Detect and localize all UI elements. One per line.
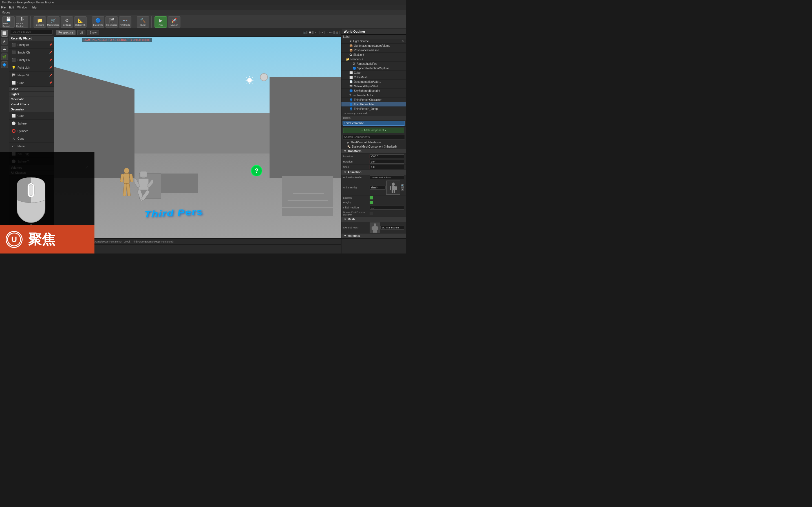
show-button[interactable]: Show <box>87 30 99 35</box>
search-components-input[interactable] <box>343 135 405 139</box>
launch-label: Launch <box>170 24 178 26</box>
placement-mode-icon[interactable]: ⬜ <box>1 30 8 37</box>
content-label: Content <box>36 24 44 26</box>
main-viewport[interactable]: Third Pers ? → LIGHTING NEEDS TO BE REBU… <box>54 37 341 238</box>
svg-point-30 <box>374 223 376 226</box>
item-cylinder[interactable]: ⭕ Cylinder <box>9 127 54 135</box>
outliner-item-docactor[interactable]: 📄 DocumentationActor1 <box>342 80 406 84</box>
actors-count: 25 actors (1 selected) <box>342 111 406 116</box>
item-cube-recently[interactable]: ⬜ Cube 📌 <box>9 79 54 87</box>
landscape-mode-icon[interactable]: ⛰ <box>1 46 8 52</box>
outliner-item-skysphere[interactable]: 🔵 SkySpheresBlueprint <box>342 89 406 93</box>
outliner-item-ppv[interactable]: 📦 PostProcessVolume <box>342 48 406 53</box>
scale-x-value[interactable]: 1.0 <box>370 165 404 169</box>
menu-help[interactable]: Help <box>31 6 37 9</box>
right-panel: World Outliner Label ☀ Light Source 👁 📦 … <box>341 29 406 253</box>
lmiv-label: LightmassImportanceVolume <box>354 44 390 47</box>
component-instance-icon: ▶ <box>347 141 349 144</box>
anim-mode-value[interactable]: Use Animation Asset <box>370 175 404 179</box>
outliner-item-netplayer[interactable]: 🏁 NetworkPlayerStart <box>342 84 406 89</box>
category-geometry[interactable]: Geometry <box>9 107 54 112</box>
viewport-angle-btn[interactable]: 19° <box>319 31 325 34</box>
disable-pp-checkbox[interactable] <box>370 212 373 215</box>
category-basic[interactable]: Basic <box>9 87 54 92</box>
item-empty-ch[interactable]: ⬛ Empty Ch 📌 <box>9 49 54 56</box>
bottom-panel: Animations ▶ <box>54 244 341 253</box>
initial-pos-value[interactable]: 0.0 <box>370 206 404 210</box>
item-cube-geo[interactable]: ⬜ Cube <box>9 112 54 120</box>
content-search-area <box>9 29 54 36</box>
viewport-camera-btn[interactable]: 📷 <box>302 31 307 34</box>
category-cinematic[interactable]: Cinematic <box>9 97 54 102</box>
viewport-snap-btn[interactable]: 10 <box>313 31 318 34</box>
location-x-value[interactable]: -500.0 <box>370 154 404 158</box>
cinematics-button[interactable]: 🎬 Cinematics <box>105 16 118 27</box>
item-player-start[interactable]: 🏁 Player St 📌 <box>9 71 54 79</box>
thirdchar-icon: 👤 <box>349 98 353 101</box>
svg-line-8 <box>246 82 247 83</box>
category-lights[interactable]: Lights <box>9 92 54 97</box>
datasmith-button[interactable]: 📐 Datasmith <box>74 16 87 27</box>
anim-browse-btn[interactable]: 🔍 <box>401 184 404 187</box>
looping-checkbox[interactable] <box>370 196 373 200</box>
content-button[interactable]: 📁 Content <box>34 16 46 27</box>
lit-button[interactable]: Lit <box>77 30 86 35</box>
add-component-button[interactable]: + Add Component ▾ <box>343 128 404 133</box>
renderfx-icon: 📁 <box>346 58 349 61</box>
item-empty-actor[interactable]: ⬛ Empty Ac 📌 <box>9 41 54 49</box>
outliner-item-atmo[interactable]: 🌫 AtmosphericFog <box>342 62 406 66</box>
rotation-x-value[interactable]: 0.0° <box>370 160 404 164</box>
viewport-screenshot-btn[interactable]: 📸 <box>335 31 340 34</box>
outliner-item-thirdjump[interactable]: 👤 ThirdPerson_Jump <box>342 107 406 111</box>
blueprints-button[interactable]: 🔵 Blueprints <box>92 16 104 27</box>
item-sphere[interactable]: ⚪ Sphere <box>9 120 54 127</box>
skeletal-mesh-label: Skeletal Mesh <box>343 226 368 229</box>
playing-checkbox[interactable] <box>370 201 373 204</box>
item-plane[interactable]: ▭ Plane <box>9 143 54 150</box>
outliner-item-cube[interactable]: ⬜ Cube <box>342 71 406 75</box>
perspective-button[interactable]: Perspective <box>56 30 75 35</box>
outliner-item-thirdchar[interactable]: 👤 ThirdPersonCharacter <box>342 98 406 102</box>
anim-clear-btn[interactable]: ✕ <box>401 188 404 191</box>
outliner-item-lmiv[interactable]: 📦 LightmassImportanceVolume <box>342 44 406 48</box>
disable-pp-label: Disable Post Process Blueprint <box>343 211 368 216</box>
foliage-mode-icon[interactable]: 🌿 <box>1 54 8 60</box>
outliner-item-thirdidle[interactable]: 👤 ThirdPersonIdle <box>342 102 406 107</box>
viewport-grid-btn[interactable]: 🔲 <box>308 31 313 34</box>
save-current-button[interactable]: 💾 Save Current <box>2 16 15 27</box>
category-visual-effects[interactable]: Visual Effects <box>9 102 54 107</box>
entity-name-input[interactable] <box>343 121 405 126</box>
menu-edit[interactable]: Edit <box>9 6 14 9</box>
paint-mode-icon[interactable]: 🖌 <box>1 38 8 45</box>
play-button[interactable]: ▶ Play <box>154 16 167 27</box>
title-bar: ThirdPersonExampleMap - Unreal Engine <box>0 0 406 5</box>
outliner-item-cubemesh[interactable]: ⬜ CubeMesh <box>342 75 406 80</box>
item-point-light[interactable]: 💡 Point Ligh 📌 <box>9 64 54 71</box>
atmo-label: AtmosphericFog <box>357 62 377 65</box>
outliner-item-renderfx[interactable]: 📁 RenderFX <box>342 57 406 62</box>
outliner-item-textrender[interactable]: T TextRenderActor <box>342 93 406 98</box>
datasmith-label: Datasmith <box>75 24 86 26</box>
source-control-button[interactable]: ⇅ Source Control <box>16 16 28 27</box>
marketplace-button[interactable]: 🛒 Marketplace <box>47 16 59 27</box>
outliner-item-light-source[interactable]: ☀ Light Source 👁 <box>342 39 406 44</box>
settings-button[interactable]: ⚙ Settings <box>61 16 73 27</box>
geometry-mode-icon[interactable]: 🔷 <box>1 61 8 68</box>
menu-file[interactable]: File <box>1 6 6 9</box>
outliner-item-skylight[interactable]: 🌤 SkyLight <box>342 53 406 57</box>
item-cone[interactable]: △ Cone <box>9 135 54 143</box>
build-button[interactable]: 🔨 Build <box>137 16 149 27</box>
viewport-scale-btn[interactable]: 0.125 <box>326 31 334 34</box>
ppv-label: PostProcessVolume <box>354 49 379 52</box>
component-thirdperson-instance[interactable]: ▶ ThirdPersonIdleInstance <box>342 140 406 145</box>
category-recently-placed[interactable]: Recently Placed <box>9 36 54 41</box>
launch-button[interactable]: 🚀 Launch <box>168 16 181 27</box>
component-skeletal-mesh[interactable]: 🦴 SkeletalMeshComponent (Inherited) <box>342 145 406 149</box>
anim-asset-value[interactable]: ThirdP <box>370 186 386 189</box>
item-empty-pa[interactable]: ⬛ Empty Pa 📌 <box>9 56 54 64</box>
search-classes-input[interactable] <box>10 30 53 35</box>
vr-mode-button[interactable]: 👓 VR Mode <box>119 16 132 27</box>
outliner-item-sphere-cap[interactable]: 🔵 SphereReflectionCapture <box>342 66 406 71</box>
menu-window[interactable]: Window <box>17 6 28 9</box>
sk-mesh-name[interactable]: SK_Mannequin <box>380 226 404 230</box>
